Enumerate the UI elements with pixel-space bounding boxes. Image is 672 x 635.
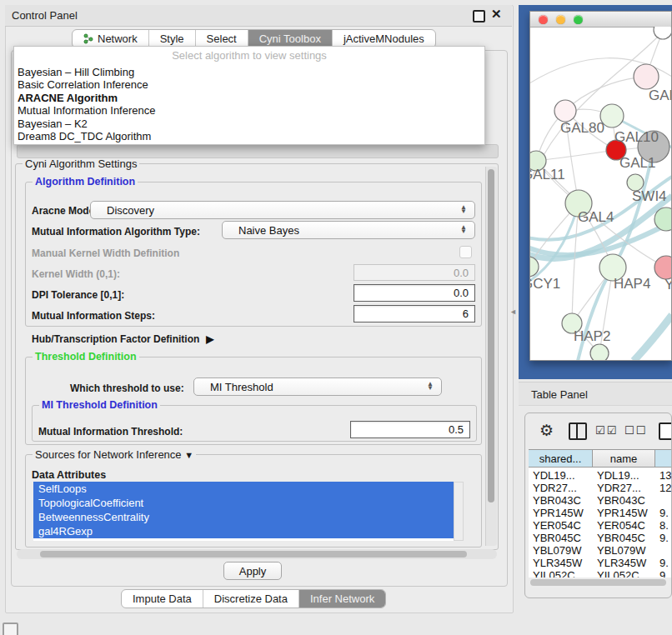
table-panel: ⚙ ☑☑ ☐☐ shared...name YDL19...YDL19...13…: [524, 412, 672, 598]
network-window[interactable]: GALGAL80GAL10GAL1GAL11SWI4GAL4GCY1HAP4YH…: [529, 11, 672, 361]
tab-infer-network[interactable]: Infer Network: [298, 590, 385, 608]
tab-jactivemnodules[interactable]: jActiveMNodules: [332, 30, 435, 48]
mi-threshold-field[interactable]: 0.5: [350, 421, 470, 438]
node-table-rows: YDL19...YDL19...13YDR27...YDR27...12YBR0…: [529, 468, 672, 578]
attribute-item[interactable]: TopologicalCoefficient: [33, 496, 454, 510]
table-cell: 12: [659, 482, 672, 494]
mi-steps-label: Mutual Information Steps:: [32, 310, 155, 322]
table-row[interactable]: YBR043CYBR043C: [529, 494, 672, 507]
table-cell: 9.: [659, 507, 672, 519]
network-edge[interactable]: [536, 150, 616, 161]
table-cell: YER054C: [597, 519, 654, 532]
column-partial-icon[interactable]: [659, 422, 672, 440]
settings-vertical-scrollbar[interactable]: [485, 167, 497, 546]
tab-cyni-toolbox[interactable]: Cyni Toolbox: [248, 30, 332, 48]
algorithm-definition-title: Algorithm Definition: [33, 176, 138, 188]
aracne-mode-select[interactable]: Discovery ▲▼: [90, 201, 475, 219]
gear-icon[interactable]: ⚙: [539, 422, 554, 438]
kernel-width-field[interactable]: 0.0: [354, 264, 475, 281]
tab-impute-data[interactable]: Impute Data: [122, 590, 203, 608]
column-header[interactable]: name: [593, 449, 655, 468]
split-columns-icon[interactable]: [569, 422, 587, 440]
mi-algorithm-type-select[interactable]: Naive Bayes ▲▼: [222, 221, 475, 239]
dpi-tolerance-field[interactable]: 0.0: [354, 284, 475, 302]
network-edge[interactable]: [634, 315, 671, 360]
close-traffic-light[interactable]: [539, 15, 548, 24]
table-row[interactable]: YLR345WYLR345W9.: [529, 557, 672, 569]
node-bottom-cut[interactable]: [590, 344, 609, 360]
control-panel-title: Control Panel: [12, 9, 78, 22]
hub-definition-toggle[interactable]: Hub/Transcription Factor Definition▶: [32, 333, 214, 345]
algorithm-combobox-collapsed[interactable]: [17, 144, 499, 158]
attribute-item[interactable]: gal4RGexp: [33, 524, 454, 538]
deselect-all-checkboxes-icon[interactable]: ☐☐: [624, 424, 647, 437]
apply-button[interactable]: Apply: [223, 562, 282, 580]
algorithm-option[interactable]: Bayesian – Hill Climbing: [14, 66, 484, 78]
column-header[interactable]: [655, 449, 672, 468]
table-row[interactable]: YBR045CYBR045C9.: [529, 532, 672, 544]
network-edge[interactable]: [530, 204, 579, 288]
node-label: HAP4: [614, 276, 650, 292]
algorithm-option[interactable]: ARACNE Algorithm: [14, 92, 484, 104]
table-cell: YDR27...: [533, 482, 592, 494]
table-row[interactable]: YBL079WYBL079W: [529, 544, 672, 557]
column-header[interactable]: shared...: [529, 449, 593, 468]
algorithm-option[interactable]: Bayesian – K2: [14, 118, 484, 130]
table-cell: YLR345W: [597, 557, 654, 569]
node-label: GAL1: [619, 155, 655, 171]
threshold-definition-title: Threshold Definition: [33, 351, 139, 362]
table-horizontal-scrollbar[interactable]: [529, 578, 670, 588]
table-cell: YBR043C: [597, 494, 654, 507]
algorithm-option[interactable]: Basic Correlation Inference: [14, 78, 484, 91]
manual-kernel-width-checkbox[interactable]: [459, 246, 472, 258]
attribute-item[interactable]: BetweennessCentrality: [33, 510, 454, 524]
tab-select[interactable]: Select: [195, 30, 248, 48]
algorithm-option[interactable]: Dream8 DC_TDC Algorithm: [14, 130, 484, 142]
which-threshold-label: Which threshold to use:: [70, 382, 184, 394]
which-threshold-select[interactable]: MI Threshold ▲▼: [193, 378, 442, 396]
splitter-collapse-icon[interactable]: ◄: [509, 308, 517, 316]
node-gal-cut[interactable]: [634, 64, 659, 89]
table-cell: YIL052C: [533, 569, 592, 578]
sources-group-title[interactable]: Sources for Network Inference ▼: [33, 448, 196, 461]
close-icon[interactable]: ✕: [491, 7, 502, 22]
minimize-traffic-light[interactable]: [556, 15, 565, 24]
expand-right-icon[interactable]: ▶: [206, 333, 213, 345]
table-cell: [659, 544, 672, 557]
node-label: GAL11: [530, 167, 565, 182]
scrollbar-thumb[interactable]: [40, 551, 467, 558]
spinner-arrows-icon: ▲▼: [460, 206, 467, 214]
manual-kernel-width-label: Manual Kernel Width Definition: [32, 248, 179, 259]
node-gal80[interactable]: [554, 100, 576, 122]
table-cell: 9.: [659, 569, 672, 578]
tab-network[interactable]: Network: [73, 30, 148, 48]
settings-horizontal-scrollbar[interactable]: [17, 549, 497, 559]
table-row[interactable]: YPR145WYPR145W9.: [529, 507, 672, 519]
tab-style[interactable]: Style: [148, 30, 195, 48]
dock-panel-icon[interactable]: [3, 622, 18, 635]
zoom-traffic-light[interactable]: [574, 15, 583, 24]
table-row[interactable]: YER054CYER054C8.: [529, 519, 672, 532]
scrollbar-thumb[interactable]: [530, 579, 666, 586]
node-right-pink[interactable]: [654, 256, 671, 279]
network-window-titlebar[interactable]: [530, 12, 671, 28]
table-cell: YBL079W: [597, 544, 654, 557]
mi-algorithm-type-label: Mutual Information Algorithm Type:: [32, 226, 200, 238]
tab-discretize-data[interactable]: Discretize Data: [203, 590, 298, 608]
table-row[interactable]: YDR27...YDR27...12: [529, 482, 672, 494]
node-partial-top[interactable]: [654, 27, 671, 39]
attributes-list-scrollbar[interactable]: [454, 482, 464, 541]
table-cell: [659, 494, 672, 507]
table-row[interactable]: YDL19...YDL19...13: [529, 469, 672, 482]
float-window-icon[interactable]: [473, 10, 485, 22]
mi-steps-field[interactable]: 6: [354, 305, 475, 322]
table-panel-titlebar: Table Panel: [519, 382, 672, 406]
scrollbar-thumb[interactable]: [488, 169, 494, 502]
algorithm-option[interactable]: Mutual Information Inference: [14, 104, 484, 117]
attribute-item[interactable]: SelfLoops: [33, 482, 454, 496]
table-row[interactable]: YIL052CYIL052C9.: [529, 569, 672, 578]
collapse-down-icon[interactable]: ▼: [184, 450, 193, 460]
network-canvas[interactable]: GALGAL80GAL10GAL1GAL11SWI4GAL4GCY1HAP4YH…: [530, 27, 671, 360]
select-all-checkboxes-icon[interactable]: ☑☑: [595, 424, 618, 437]
data-attributes-list[interactable]: SelfLoopsTopologicalCoefficientBetweenne…: [33, 482, 454, 541]
